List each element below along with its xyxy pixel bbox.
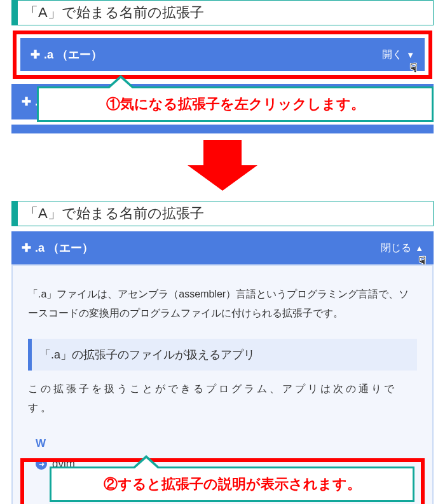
heading-text-bottom: 「A」で始まる名前の拡張子	[24, 205, 204, 221]
section-heading-bottom: 「A」で始まる名前の拡張子	[11, 201, 434, 226]
sub-heading-text: 「.a」の拡張子のファイルが扱えるアプリ	[39, 348, 255, 361]
accordion-bar-a[interactable]: ✚.a （エー） 開く ☟	[20, 38, 425, 71]
red-highlight-box-top: ✚.a （エー） 開く ☟	[13, 31, 432, 79]
cursor-hand-icon: ☟	[410, 61, 417, 75]
chevron-down-icon	[402, 49, 414, 60]
instruction-callout-1: ①気になる拡張子を左クリックします。	[37, 86, 434, 122]
arrow-right-icon: ➜	[36, 458, 47, 470]
sub-text: この拡張子を扱うことができるプログラム、アプリは次の通りです。	[28, 379, 417, 418]
down-arrow-icon	[188, 140, 257, 191]
callout2-text: ②すると拡張子の説明が表示されます。	[104, 475, 361, 494]
sub-heading-apps: 「.a」の拡張子のファイルが扱えるアプリ	[28, 339, 417, 371]
plus-icon: ✚	[22, 242, 31, 254]
app-group-letter: W	[36, 433, 417, 454]
extension-description: 「.a」ファイルは、アセンブラ（assembler）言語というプログラミング言語…	[28, 285, 417, 324]
accordion-label: .a （エー）	[44, 48, 102, 61]
accordion-label-expanded: .a （エー）	[35, 242, 93, 254]
accordion-bar-a-expanded[interactable]: ✚.a （エー） 閉じる ☟	[11, 231, 434, 264]
plus-icon: ✚	[22, 95, 31, 108]
instruction-callout-2: ②すると拡張子の説明が表示されます。	[50, 467, 414, 502]
callout1-text: ①気になる拡張子を左クリックします。	[106, 95, 365, 114]
accordion-action: 開く	[382, 48, 402, 62]
chevron-up-icon	[411, 242, 423, 254]
accordion-bar-third[interactable]	[11, 125, 434, 133]
plus-icon: ✚	[31, 48, 40, 61]
accordion-action-close: 閉じる	[381, 242, 411, 255]
heading-text: 「A」で始まる名前の拡張子	[24, 4, 204, 20]
section-heading-top: 「A」で始まる名前の拡張子	[11, 0, 434, 25]
